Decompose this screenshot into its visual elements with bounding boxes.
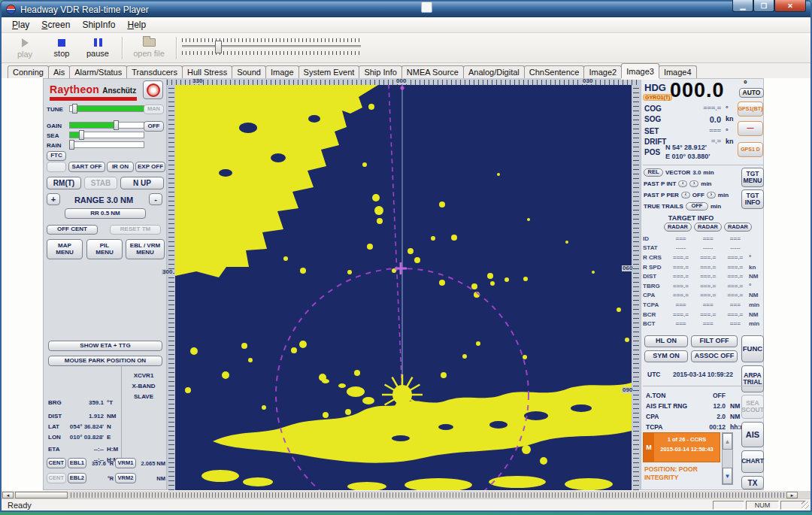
slider-gain-track[interactable] (69, 122, 144, 129)
tab-transducers[interactable]: Transducers (126, 65, 183, 78)
menu-help[interactable]: Help (121, 18, 152, 32)
rm-t-button[interactable]: RM(T) (47, 177, 81, 189)
show-eta-ttg-button[interactable]: SHOW ETA + TTG (48, 341, 162, 351)
menu-screen[interactable]: Screen (35, 18, 76, 32)
mouse-park-button[interactable]: MOUSE PARK POSITION ON (48, 356, 162, 366)
tab-system-event[interactable]: System Event (298, 65, 360, 78)
tab-image4[interactable]: Image4 (659, 65, 697, 78)
tx-button[interactable]: TX (741, 476, 764, 489)
tab-nmea-source[interactable]: NMEA Source (401, 65, 464, 78)
ebl2-button[interactable]: EBL2 (68, 473, 87, 483)
menu-shipinfo[interactable]: ShipInfo (76, 18, 121, 32)
radar-target-3-button[interactable]: RADAR (724, 223, 752, 232)
off-cent-button[interactable]: OFF CENT (47, 225, 98, 235)
trails-off-button[interactable]: OFF (686, 202, 708, 211)
sea-scout-button[interactable]: SEA SCOUT (741, 395, 764, 419)
gps1-bt-button[interactable]: GPS1(BT) (738, 101, 763, 117)
ebl-vrm-menu-button[interactable]: EBL / VRM MENU (126, 239, 165, 259)
north-up-button[interactable]: N UP (120, 177, 164, 189)
tab-image[interactable]: Image (265, 65, 299, 78)
tab-analog-digital[interactable]: Analog/Digital (463, 65, 525, 78)
tab-image3[interactable]: Image3 (621, 63, 659, 78)
range-plus-button[interactable]: + (47, 193, 60, 205)
playback-timeline[interactable] (182, 38, 361, 59)
ais-button[interactable]: AIS (741, 422, 764, 447)
sym-on-button[interactable]: SYM ON (644, 350, 688, 362)
past-int-dec-button[interactable]: ‹ (678, 180, 687, 187)
tab-sound[interactable]: Sound (232, 65, 266, 78)
auto-button[interactable]: AUTO (739, 88, 764, 98)
reset-tm-button[interactable]: RESET TM (110, 225, 161, 235)
tab-ship-info[interactable]: Ship Info (359, 65, 401, 78)
past-int-inc-button[interactable]: › (689, 180, 698, 187)
hl-on-button[interactable]: HL ON (644, 335, 688, 347)
slider-gain-handle[interactable] (114, 120, 119, 130)
tgt-menu-button[interactable]: TGT MENU (741, 168, 764, 187)
play-button[interactable]: play (9, 36, 41, 60)
scrollbar-thumb[interactable] (15, 492, 68, 498)
slider-sea-track[interactable] (69, 132, 144, 138)
func-button[interactable]: FUNC (741, 335, 764, 362)
slider-rain-track[interactable] (69, 141, 144, 148)
assoc-off-button[interactable]: ASSOC OFF (691, 350, 738, 362)
alarm-scroll-up-icon[interactable]: ▲ (723, 433, 732, 450)
filt-off-button[interactable]: FILT OFF (691, 335, 738, 347)
rel-button[interactable]: REL (644, 168, 663, 177)
tab-conning[interactable]: Conning (8, 65, 49, 78)
alarm-scroll-down-icon[interactable]: ▼ (723, 468, 732, 484)
pil-menu-button[interactable]: PIL MENU (86, 239, 123, 259)
open-file-button[interactable]: open file (128, 36, 170, 60)
tab-hull-stress[interactable]: Hull Stress (182, 65, 232, 78)
titlebar[interactable]: Headway VDR Real-time Player (2, 2, 810, 17)
map-menu-button[interactable]: MAP MENU (47, 239, 83, 259)
maximize-button[interactable]: ❐ (753, 0, 774, 12)
tab-ais[interactable]: Ais (48, 65, 70, 78)
alarm-scrollbar[interactable]: ▲ ▼ (722, 432, 733, 485)
radar-target-2-button[interactable]: RADAR (694, 223, 722, 232)
close-button[interactable]: ✕ (774, 0, 806, 12)
range-minus-button[interactable]: - (149, 193, 162, 205)
vrm2-button[interactable]: VRM2 (115, 473, 135, 483)
timeline-thumb[interactable] (215, 41, 222, 53)
off-button[interactable]: OFF (144, 121, 164, 132)
range-ring-button[interactable]: RR 0.5 NM (65, 208, 146, 219)
gps1-d-button[interactable]: GPS1 D (738, 142, 763, 157)
past-per-inc-button[interactable]: › (707, 192, 716, 198)
stop-button[interactable]: stop (45, 36, 78, 60)
stab-button[interactable]: STAB (84, 177, 117, 189)
radar-target-1-button[interactable]: RADAR (664, 223, 692, 232)
tab-image2[interactable]: Image2 (583, 65, 622, 78)
interswitch-button[interactable] (143, 80, 163, 99)
resize-grip[interactable] (801, 501, 809, 509)
slider-rain-handle[interactable] (69, 140, 74, 150)
menu-play[interactable]: Play (6, 18, 35, 32)
scroll-right-icon[interactable]: ► (786, 492, 798, 498)
unlabeled-button[interactable] (47, 162, 66, 172)
horizontal-scrollbar[interactable]: ◄ ► (2, 490, 810, 498)
tune-man-button[interactable]: MAN (144, 105, 164, 114)
arpa-trial-button[interactable]: ARPA TRIAL (741, 365, 764, 392)
tab-chnsentence[interactable]: ChnSentence (524, 65, 585, 78)
cent2-button[interactable]: CENT (47, 473, 66, 483)
vrm1-button[interactable]: VRM1 (115, 458, 135, 468)
cent1-button[interactable]: CENT (47, 458, 66, 468)
scroll-left-icon[interactable]: ◄ (2, 492, 14, 498)
scrollbar-track[interactable] (71, 492, 785, 498)
slider-tune-track[interactable] (69, 105, 144, 112)
sart-off-button[interactable]: SART OFF (68, 162, 105, 172)
ir-on-button[interactable]: IR ON (107, 162, 134, 172)
set-drift-source-button[interactable]: — (738, 121, 763, 136)
alarm-message-box[interactable]: M 1 of 26 - CCRS 2015-03-14 12:58:43 (643, 432, 720, 462)
minimize-button[interactable]: ▁ (732, 0, 753, 12)
ebl1-button[interactable]: EBL1 (68, 458, 87, 468)
pause-button[interactable]: pause (80, 36, 116, 60)
radar-screen[interactable] (175, 85, 632, 490)
slider-sea-handle[interactable] (79, 130, 84, 140)
past-per-dec-button[interactable]: ‹ (681, 192, 690, 198)
slider-tune-handle[interactable] (72, 104, 77, 114)
exp-off-button[interactable]: EXP OFF (135, 162, 165, 172)
chart-button[interactable]: CHART (741, 450, 764, 473)
ftc-button[interactable]: FTC (47, 151, 66, 161)
tgt-info-button[interactable]: TGT INFO (741, 189, 764, 209)
tab-alarm-status[interactable]: Alarm/Status (69, 65, 127, 78)
